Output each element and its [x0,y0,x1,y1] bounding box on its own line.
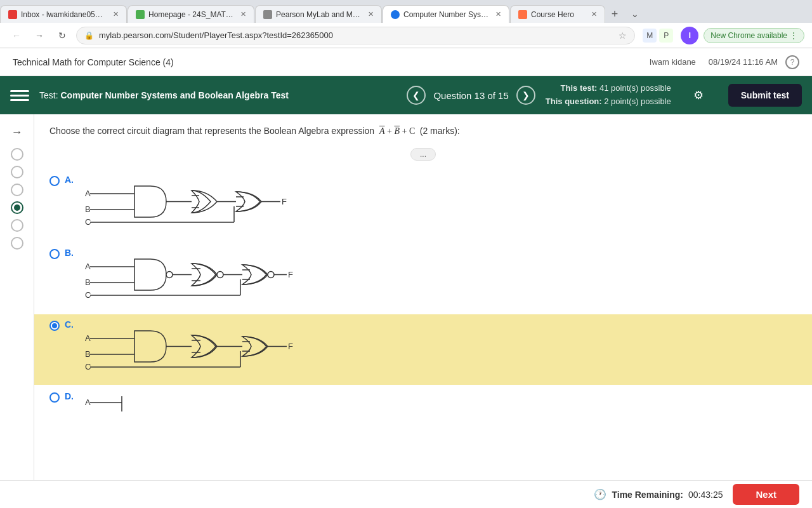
hamburger-line-2 [10,95,29,97]
tab-pearson-title: Pearson MyLab and Master... [276,10,362,19]
circuit-a-diagram: A B C [84,175,350,235]
test-prefix: Test: [39,90,58,100]
next-button[interactable]: Next [733,484,799,505]
bookmark-icon[interactable]: ☆ [619,30,627,41]
app-header: Technical Math for Computer Science (4) … [0,48,812,76]
chrome-update-button[interactable]: New Chrome available ⋮ [704,28,804,43]
lock-icon: 🔒 [84,31,94,40]
timer-icon: 🕐 [594,488,606,500]
collapse-section: ... [49,148,797,161]
svg-text:B: B [85,277,91,287]
extension-icons: M P [643,29,673,43]
sidebar-radio-3[interactable] [11,184,23,196]
sidebar-radio-5[interactable] [11,219,23,232]
datetime: 08/19/24 11:16 AM [709,57,778,67]
tab-homepage-title: Homepage - 24S_MAT800... [148,10,234,19]
svg-point-32 [268,272,274,278]
option-c-label: C. [65,319,74,330]
option-b-label: B. [65,248,74,258]
profile-icon[interactable]: I [681,27,698,44]
option-d-label: D. [65,391,74,401]
svg-point-20 [166,272,173,278]
tab-pearson-close[interactable]: ✕ [368,10,374,18]
tab-gmail-close[interactable]: ✕ [113,10,119,18]
svg-text:C: C [85,362,91,371]
tab-gmail-title: Inbox - lwamkidane05@gm... [21,10,107,19]
sidebar-radio-4[interactable] [11,201,23,214]
chrome-update-label: New Chrome available [710,31,787,40]
svg-text:A: A [85,262,91,271]
circuit-b-diagram: A B C [84,248,350,308]
svg-text:B: B [85,204,91,214]
tab-homepage[interactable]: Homepage - 24S_MAT800... ✕ [128,5,254,23]
ext-icon-1[interactable]: M [643,29,657,43]
question-position: Question 13 of 15 [433,90,508,101]
new-tab-button[interactable]: + [606,5,624,23]
option-b-radio[interactable] [49,249,60,259]
tab-gmail[interactable]: Inbox - lwamkidane05@gm... ✕ [0,5,127,23]
course-hero-favicon [518,10,527,19]
tab-cns-close[interactable]: ✕ [495,10,501,18]
sidebar-collapse-button[interactable]: → [8,122,27,143]
sidebar-radio-2[interactable] [11,166,23,178]
time-remaining-label: Time Remaining: [612,490,683,500]
more-tabs-button[interactable]: ⌄ [626,5,644,23]
tab-pearson[interactable]: Pearson MyLab and Master... ✕ [255,5,382,23]
help-button[interactable]: ? [785,55,799,69]
test-name: Computer Number Systems and Boolean Alge… [60,90,288,100]
sidebar-radio-1[interactable] [11,148,23,161]
expression-text: A + B + C [379,126,417,136]
collapse-button[interactable]: ... [410,148,436,161]
svg-text:A: A [85,333,91,343]
marks-text: (2 marks): [420,126,460,136]
tab-computer-number-systems[interactable]: Computer Number Systems ✕ [383,5,509,23]
tab-computer-number-systems-title: Computer Number Systems [403,10,489,19]
bottom-bar: 🕐 Time Remaining: 00:43:25 Next [0,480,812,508]
test-info: This test: 41 point(s) possible This que… [546,82,671,109]
option-a-radio[interactable] [49,176,60,186]
tab-course-hero-title: Course Hero [531,10,585,19]
hamburger-menu[interactable] [10,90,29,101]
chrome-update-more-icon: ⋮ [790,31,797,40]
timer-section: 🕐 Time Remaining: 00:43:25 [594,488,723,500]
question-nav: ❮ Question 13 of 15 ❯ [407,86,535,105]
test-title: Test: Computer Number Systems and Boolea… [39,90,396,100]
back-button[interactable]: ← [8,27,25,44]
option-d-row: D. A [49,385,797,423]
refresh-button[interactable]: ↻ [53,27,71,44]
svg-text:C: C [85,290,91,300]
forward-button[interactable]: → [30,27,48,44]
url-bar[interactable]: 🔒 mylab.pearson.com/Student/PlayerTest.a… [76,27,635,44]
option-c-row: C. A B C [34,314,812,385]
option-c-radio[interactable] [49,321,60,331]
svg-text:F: F [288,270,293,279]
url-text: mylab.pearson.com/Student/PlayerTest.asp… [99,30,333,40]
app-title: Technical Math for Computer Science (4) [13,57,650,67]
sidebar-nav: → [0,114,34,480]
hamburger-line-3 [10,99,29,101]
svg-text:F: F [282,197,287,206]
this-question-label: This question: [546,97,602,106]
main-area: → Choose the correct circuit diagram tha… [0,114,812,480]
tab-course-hero-close[interactable]: ✕ [591,10,597,18]
tab-homepage-close[interactable]: ✕ [240,10,246,18]
next-question-button[interactable]: ❯ [516,86,535,105]
address-bar: ← → ↻ 🔒 mylab.pearson.com/Student/Player… [0,23,812,48]
svg-text:F: F [288,342,293,351]
pearson-favicon [263,10,272,19]
gmail-favicon [8,10,17,19]
settings-icon[interactable]: ⚙ [689,86,708,105]
content-area: Choose the correct circuit diagram that … [34,114,812,480]
option-b-row: B. A B C [49,241,797,314]
test-header: Test: Computer Number Systems and Boolea… [0,76,812,114]
svg-text:B: B [85,349,91,359]
submit-test-button[interactable]: Submit test [728,84,802,107]
hamburger-line-1 [10,90,29,92]
prev-question-button[interactable]: ❮ [407,86,426,105]
option-d-radio[interactable] [49,392,60,403]
tab-course-hero[interactable]: Course Hero ✕ [510,5,605,23]
svg-point-26 [217,272,223,278]
ext-icon-2[interactable]: P [659,29,673,43]
svg-text:A: A [85,398,91,407]
sidebar-radio-6[interactable] [11,237,23,250]
